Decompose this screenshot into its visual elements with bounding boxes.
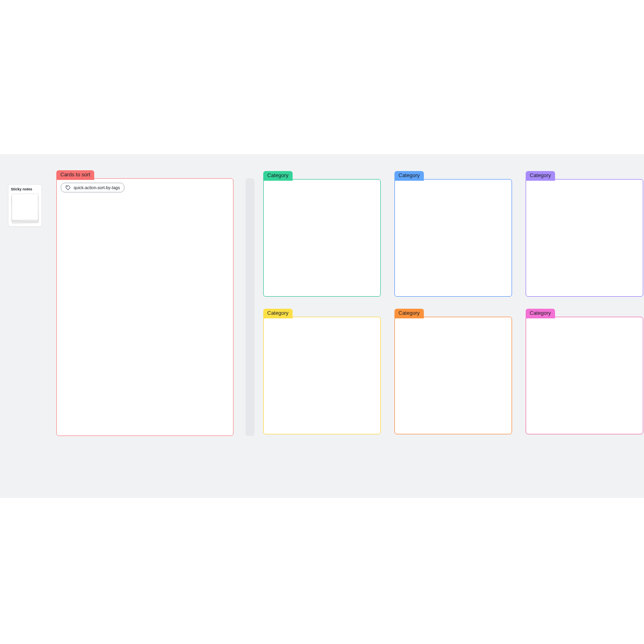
category-label-2[interactable]: Category — [526, 171, 555, 181]
svg-point-0 — [67, 186, 67, 187]
category-frame-5[interactable] — [526, 317, 643, 434]
cards-to-sort-label[interactable]: Cards to sort — [56, 170, 94, 180]
category-frame-0[interactable] — [263, 179, 381, 297]
category-column-5: Category — [526, 309, 643, 434]
category-grid: Category Category Category Category Cate… — [263, 171, 644, 446]
cards-to-sort-column: Cards to sort quick-action-sort-by-tags — [56, 170, 233, 436]
category-frame-4[interactable] — [394, 317, 512, 434]
category-label-4[interactable]: Category — [394, 309, 424, 318]
quick-action-label: quick-action-sort-by-tags — [74, 185, 120, 190]
category-frame-3[interactable] — [263, 317, 381, 434]
column-divider[interactable] — [246, 178, 254, 436]
canvas-area[interactable]: Sticky notes Cards to sort quick-action-… — [0, 154, 644, 498]
category-label-5[interactable]: Category — [526, 309, 555, 318]
category-column-4: Category — [394, 309, 512, 434]
category-column-3: Category — [263, 309, 381, 434]
quick-action-sort-by-tags[interactable]: quick-action-sort-by-tags — [61, 183, 124, 192]
tag-icon — [65, 185, 71, 190]
category-column-0: Category — [263, 171, 381, 297]
category-column-1: Category — [394, 171, 512, 297]
category-frame-2[interactable] — [526, 179, 643, 297]
sticky-notes-title: Sticky notes — [11, 187, 39, 191]
category-label-1[interactable]: Category — [394, 171, 424, 181]
category-frame-1[interactable] — [394, 179, 512, 297]
category-label-3[interactable]: Category — [263, 309, 293, 318]
cards-to-sort-frame[interactable]: quick-action-sort-by-tags — [56, 178, 233, 436]
category-column-2: Category — [526, 171, 643, 297]
sticky-notes-palette[interactable]: Sticky notes — [8, 184, 42, 227]
category-label-0[interactable]: Category — [263, 171, 293, 181]
sticky-note-stack-icon[interactable] — [12, 194, 38, 223]
